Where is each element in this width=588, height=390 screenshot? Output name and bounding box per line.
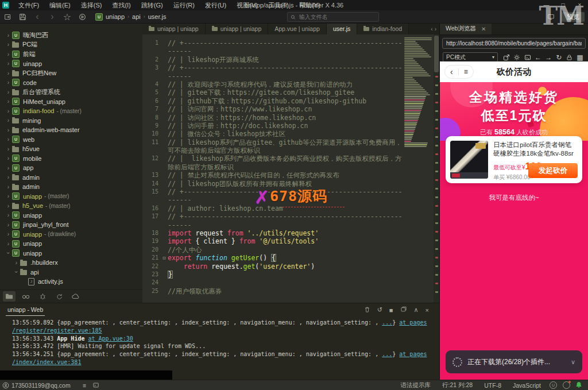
tree-item-code[interactable]: ›Ucode xyxy=(0,78,142,88)
editor-tab-App.vue | uniapp[interactable]: App.vue | uniapp xyxy=(268,23,327,34)
search-binoculars-icon[interactable] xyxy=(20,291,32,302)
console-link[interactable]: ... xyxy=(382,351,392,357)
tree-item-PC端[interactable]: ›PC端 xyxy=(0,40,142,50)
console-link[interactable]: at pages xyxy=(399,351,427,357)
terminal-icon[interactable] xyxy=(90,382,102,388)
console-link[interactable]: at App.vue:30 xyxy=(88,335,133,342)
tree-item-前端[interactable]: ›U前端 xyxy=(0,49,142,59)
close-icon[interactable]: ✕ xyxy=(481,26,486,32)
notification-dot-icon[interactable] xyxy=(563,381,570,389)
tree-item-PC归档New[interactable]: ›PC归档New xyxy=(0,68,142,78)
tree-item-嗨淘巴西[interactable]: ›U嗨淘巴西 xyxy=(0,30,142,40)
tree-item-admin[interactable]: ›admin xyxy=(0,182,142,192)
tree-item-HiMeet_uniapp[interactable]: ›UHiMeet_uniapp xyxy=(0,97,142,107)
collapse-toast-icon[interactable]: ∨ xyxy=(571,358,575,366)
tree-item-.hbuilderx[interactable]: ›.hbuilderx xyxy=(0,258,142,268)
device-mode-select[interactable]: PC模式 ▾ xyxy=(443,52,498,62)
language-mode[interactable]: JavaScript xyxy=(507,382,547,389)
browser-tab[interactable]: Web浏览器 ✕ xyxy=(440,23,492,34)
tree-item-api[interactable]: ›api xyxy=(0,268,142,277)
account-email[interactable]: 1735031199@qq.com xyxy=(11,382,71,389)
tree-item-后台管理系统[interactable]: ›后台管理系统 xyxy=(0,87,142,97)
code-editor[interactable]: 1 // +----------------------------------… xyxy=(142,34,439,303)
menu-item-6[interactable]: 发行(U) xyxy=(200,0,231,10)
open-in-window-icon[interactable] xyxy=(400,306,407,314)
git-sync-icon[interactable] xyxy=(53,291,65,302)
search-input[interactable] xyxy=(298,13,376,21)
menu-item-2[interactable]: 选择(S) xyxy=(76,0,107,10)
clear-console-icon[interactable] xyxy=(364,306,370,314)
unicode-badge-icon[interactable]: U xyxy=(550,381,557,389)
editor-tab-uniapp | uniapp[interactable]: uniapp | uniapp xyxy=(142,23,206,34)
forward-icon[interactable]: › xyxy=(45,10,60,23)
tree-item-uniapp[interactable]: ›Uuniapp xyxy=(0,211,142,221)
editor-scrollbar[interactable] xyxy=(434,34,439,303)
breadcrumb-project[interactable]: uniapp xyxy=(106,13,125,20)
encoding[interactable]: UTF-8 xyxy=(478,382,507,389)
cursor-position[interactable]: 行:21 列:28 xyxy=(436,381,478,389)
preview-button[interactable]: 预览 xyxy=(562,12,585,22)
tree-item-mobile[interactable]: ›Umobile xyxy=(0,154,142,164)
back-icon[interactable]: ‹ xyxy=(445,65,458,78)
tree-item-indian-food[interactable]: ›Uindian-food- (master) xyxy=(0,106,142,116)
tree-item-uniapp[interactable]: ›Uuniapp- (drawkline) xyxy=(0,230,142,240)
back-icon[interactable]: ‹ xyxy=(30,10,45,23)
console-link[interactable]: ... xyxy=(382,319,392,326)
stop-icon[interactable]: ■ xyxy=(389,307,393,314)
console-link[interactable]: /index/index.vue:381 xyxy=(12,359,81,365)
open-project-icon[interactable] xyxy=(0,10,15,23)
syntax-lib[interactable]: 语法提示库 xyxy=(395,381,437,389)
product-card[interactable]: 日本进口pilot百乐贵者钢笔 硬橡胶生漆18k金笔fkv-88sr莳绘30号金… xyxy=(446,136,582,183)
minimap[interactable] xyxy=(404,37,433,300)
editor-tab-indian-food[interactable]: indian-food xyxy=(357,23,409,34)
tab-scroll-right-icon[interactable]: › xyxy=(435,26,436,32)
tree-item-jinpai_yhyl_front[interactable]: ›Ujinpai_yhyl_front xyxy=(0,220,142,230)
history-icon[interactable]: ↺ xyxy=(377,306,382,314)
device-monitor-icon[interactable] xyxy=(543,10,558,23)
close-button[interactable]: × xyxy=(571,0,588,10)
tree-item-uniapp[interactable]: ›Uuniapp xyxy=(0,239,142,249)
favorite-icon[interactable]: ☆ xyxy=(60,10,75,23)
close-panel-icon[interactable]: × xyxy=(425,307,429,314)
editor-tab-user.js[interactable]: user.js xyxy=(327,23,357,34)
save-icon[interactable] xyxy=(15,10,30,23)
run-icon[interactable] xyxy=(75,10,90,23)
file-search-box[interactable] xyxy=(287,12,379,22)
breadcrumb[interactable]: U uniapp › api › user.js xyxy=(95,13,167,21)
tree-item-mining[interactable]: ›mining xyxy=(0,116,142,126)
editor-tab-uniapp | uniapp[interactable]: uniapp | uniapp xyxy=(206,23,269,34)
minimize-button[interactable]: — xyxy=(538,0,555,10)
bell-icon[interactable] xyxy=(575,381,582,389)
explorer-folder-icon[interactable] xyxy=(3,291,16,302)
tree-item-uniapp[interactable]: ›Uuniapp xyxy=(0,249,142,258)
start-bargain-button[interactable]: 发起砍价 xyxy=(528,163,578,178)
debug-bug-icon[interactable] xyxy=(36,291,49,302)
tree-item-h5_vue[interactable]: ›h5_vue- (master) xyxy=(0,201,142,211)
fold-marker-icon[interactable]: ⊟ xyxy=(161,254,168,262)
console-output[interactable]: 13:55:59.892 {app_agreement: , center_se… xyxy=(0,316,439,366)
console-link[interactable]: /register/register.vue:185 xyxy=(12,327,102,334)
tree-item-uinapp[interactable]: ›Uuinapp xyxy=(0,59,142,69)
breadcrumb-folder[interactable]: api xyxy=(132,13,141,20)
maximize-button[interactable]: □ xyxy=(555,0,571,10)
menu-item-0[interactable]: 文件(F) xyxy=(13,0,44,10)
outline-list-icon[interactable]: ≡ xyxy=(79,382,90,389)
account-person-icon[interactable] xyxy=(0,382,11,389)
tree-item-eladmin-web-master[interactable]: ›eladmin-web-master xyxy=(0,125,142,135)
tab-scroll-left-icon[interactable]: ‹ xyxy=(431,26,432,32)
tree-item-admin[interactable]: ›admin xyxy=(0,173,142,183)
menu-item-5[interactable]: 运行(R) xyxy=(168,0,200,10)
menu-item-1[interactable]: 编辑(E) xyxy=(44,0,76,10)
menu-item-3[interactable]: 查找(I) xyxy=(107,0,136,10)
menu-item-4[interactable]: 跳转(G) xyxy=(136,0,168,10)
url-input[interactable] xyxy=(442,38,586,49)
scrollbar-thumb[interactable] xyxy=(434,36,439,72)
console-tab[interactable]: uniapp - Web xyxy=(6,304,45,316)
breadcrumb-file[interactable]: user.js xyxy=(148,13,167,20)
tree-item-activity.js[interactable]: Jactivity.js xyxy=(0,277,142,287)
tree-item-app[interactable]: ›Uapp xyxy=(0,163,142,173)
cloud-icon[interactable] xyxy=(69,291,82,302)
console-link[interactable]: at pages xyxy=(399,319,427,326)
menu-icon[interactable]: ≡ xyxy=(459,65,473,78)
tree-item-h5vue[interactable]: ›h5vue xyxy=(0,144,142,154)
